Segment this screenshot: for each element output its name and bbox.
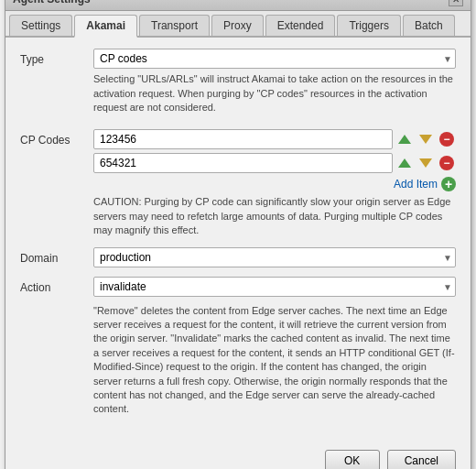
- cp-code-1-up-button[interactable]: [395, 130, 414, 148]
- caution-text: CAUTION: Purging by CP code can signific…: [93, 195, 456, 237]
- domain-row: Domain production staging ▼: [20, 247, 456, 267]
- down-arrow-icon-2: [419, 158, 432, 168]
- type-row: Type CP codes URLs/ARLs ▼ Selecting "URL…: [20, 49, 456, 120]
- remove-icon: −: [439, 132, 454, 147]
- tab-transport[interactable]: Transport: [139, 15, 210, 36]
- action-row: Action invalidate remove ▼ "Remove" dele…: [20, 277, 456, 422]
- down-arrow-icon: [419, 135, 432, 144]
- cp-code-2-remove-button[interactable]: −: [438, 154, 456, 172]
- type-label: Type: [20, 49, 93, 66]
- cp-code-row-1: −: [93, 129, 456, 149]
- agent-settings-window: Agent Settings ✕ Settings Akamai Transpo…: [5, 0, 471, 469]
- add-item-link[interactable]: Add Item: [394, 178, 438, 191]
- domain-select-wrapper: production staging ▼: [93, 247, 456, 267]
- type-info-text: Selecting "URLs/ARLs" will instruct Akam…: [93, 69, 456, 120]
- type-field: CP codes URLs/ARLs ▼ Selecting "URLs/ARL…: [93, 49, 456, 120]
- content-area: Type CP codes URLs/ARLs ▼ Selecting "URL…: [5, 38, 471, 442]
- cp-code-1-down-button[interactable]: [416, 130, 435, 148]
- remove-icon-2: −: [439, 156, 454, 170]
- cp-code-2-down-button[interactable]: [416, 154, 435, 172]
- tab-triggers[interactable]: Triggers: [337, 15, 401, 36]
- cp-codes-row: CP Codes −: [20, 129, 456, 237]
- tab-settings[interactable]: Settings: [9, 15, 72, 36]
- tab-bar: Settings Akamai Transport Proxy Extended…: [5, 11, 471, 38]
- add-item-button[interactable]: +: [441, 177, 456, 191]
- action-select[interactable]: invalidate remove: [93, 277, 456, 297]
- tab-proxy[interactable]: Proxy: [211, 15, 264, 36]
- ok-button[interactable]: OK: [325, 450, 380, 469]
- cp-codes-container: − − Add: [93, 129, 456, 237]
- cp-code-1-remove-button[interactable]: −: [438, 130, 456, 148]
- domain-select[interactable]: production staging: [93, 247, 456, 267]
- cp-code-row-2: −: [93, 153, 456, 173]
- window-title: Agent Settings: [13, 0, 91, 5]
- close-button[interactable]: ✕: [449, 0, 463, 6]
- type-select[interactable]: CP codes URLs/ARLs: [93, 49, 456, 69]
- tab-extended[interactable]: Extended: [265, 15, 336, 36]
- footer: OK Cancel: [5, 442, 471, 469]
- cp-codes-label: CP Codes: [20, 129, 93, 147]
- tab-akamai[interactable]: Akamai: [74, 15, 137, 38]
- cp-code-input-2[interactable]: [93, 153, 393, 173]
- action-field: invalidate remove ▼ "Remove" deletes the…: [93, 277, 456, 422]
- type-select-wrapper: CP codes URLs/ARLs ▼: [93, 49, 456, 69]
- add-item-row: Add Item +: [93, 177, 456, 191]
- action-info-text: "Remove" deletes the content from Edge s…: [93, 300, 456, 422]
- title-bar: Agent Settings ✕: [5, 0, 471, 11]
- cancel-button[interactable]: Cancel: [387, 450, 456, 469]
- up-arrow-icon: [398, 135, 411, 144]
- domain-field: production staging ▼: [93, 247, 456, 267]
- domain-label: Domain: [20, 247, 93, 265]
- up-arrow-icon-2: [398, 158, 411, 168]
- action-select-wrapper: invalidate remove ▼: [93, 277, 456, 297]
- action-label: Action: [20, 277, 93, 294]
- tab-batch[interactable]: Batch: [403, 15, 455, 36]
- cp-code-2-up-button[interactable]: [395, 154, 414, 172]
- cp-code-input-1[interactable]: [93, 129, 393, 149]
